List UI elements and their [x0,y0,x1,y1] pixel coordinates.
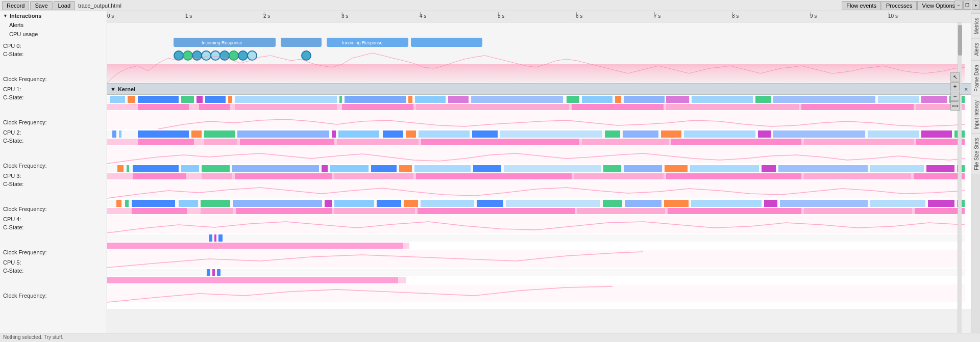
sidebar-cpu4-row: CPU 4: [3,215,104,224]
interactions-arrow-icon: ▼ [3,13,8,18]
vertical-scrollbar[interactable] [958,22,962,342]
tick-8: 8 s [732,11,739,19]
svg-rect-146 [107,269,965,276]
svg-rect-85 [603,165,621,172]
flow-events-button[interactable]: Flow events [842,1,881,10]
svg-rect-5 [197,96,203,103]
svg-rect-84 [504,165,601,172]
svg-rect-111 [233,200,322,207]
svg-rect-46 [383,130,403,138]
svg-rect-106 [116,200,121,207]
tab-input-latency[interactable]: Input latency [971,96,981,134]
cursor-button[interactable]: ↖ [950,72,960,82]
svg-rect-90 [778,165,868,172]
cpu5-cstate-label: C-State: [3,268,23,274]
svg-rect-119 [603,200,622,207]
sidebar-item-interactions[interactable]: ▼ Interactions [0,11,107,20]
svg-rect-150 [107,277,398,283]
cpu5-freq-label: Clock Frequency: [3,293,47,299]
sidebar-item-cpu-usage[interactable]: CPU usage [0,30,107,39]
sidebar-cpu5-freq: Clock Frequency: [3,292,104,299]
tab-metrics[interactable]: Metrics [971,13,981,38]
svg-rect-29 [235,104,337,110]
svg-rect-64 [337,139,419,145]
save-button[interactable]: Save [30,1,52,10]
record-button[interactable]: Record [2,1,29,10]
svg-rect-51 [605,130,620,138]
tab-file-size[interactable]: File Size Stats [971,133,981,174]
tick-9: 9 s [810,11,817,19]
tick-3: 3 s [341,11,348,19]
svg-rect-124 [780,200,868,207]
tick-0: 0 s [107,11,114,19]
sidebar-cpu4-freq: Clock Frequency: [3,249,104,256]
tab-frame-data[interactable]: Frame Data [971,60,981,96]
view-options-button[interactable]: View Options [917,1,960,10]
sidebar-item-alerts[interactable]: Alerts [0,20,107,30]
sidebar-cpu2-freq-spacer [3,144,104,162]
cpu0-cstate-label: C-State: [3,51,23,57]
svg-rect-103 [914,173,965,179]
load-button[interactable]: Load [54,1,75,10]
svg-rect-149 [217,269,220,276]
zoom-out-button[interactable]: − [950,92,960,101]
svg-rect-92 [926,165,954,172]
processes-button[interactable]: Processes [881,1,917,10]
interactions-label: Interactions [10,13,41,19]
sidebar-cpu3-row: CPU 3: [3,171,104,180]
toolbar: Record Save Load trace_output.html Flow … [0,0,980,11]
svg-rect-116 [421,200,474,207]
svg-rect-47 [406,130,416,138]
sidebar-cpu0-freq: Clock Frequency: [3,75,104,83]
zoom-in-button[interactable]: + [950,82,960,91]
window-controls: − ❐ ▸ [954,1,980,10]
svg-rect-33 [666,104,799,110]
svg-rect-148 [212,269,215,276]
svg-rect-112 [325,200,332,207]
svg-rect-75 [181,165,199,172]
expand-button[interactable]: ▸ [972,1,980,10]
main-area: ▼ Interactions Alerts CPU usage CPU 0: C… [0,11,980,342]
svg-rect-122 [691,200,762,207]
fit-button[interactable]: ⟺ [950,101,960,111]
svg-rect-18 [624,96,665,103]
svg-rect-22 [773,96,875,103]
cpu2-cstate-label: C-State: [3,138,23,144]
cpu2-label: CPU 2: [3,129,21,136]
cpu-usage-label: CPU usage [9,31,38,37]
svg-rect-83 [473,165,501,172]
svg-rect-101 [666,173,801,179]
svg-rect-36 [107,111,965,129]
sidebar-cpu5-freq-spacer [3,274,104,292]
svg-rect-120 [625,200,662,207]
svg-rect-44 [332,130,336,138]
tab-alerts[interactable]: Alerts [971,38,981,60]
scrollbar-thumb[interactable] [958,25,962,56]
cpu4-freq-label: Clock Frequency: [3,249,47,255]
svg-rect-4 [181,96,194,103]
svg-rect-23 [878,96,919,103]
svg-rect-12 [415,96,446,103]
alerts-label: Alerts [9,22,23,28]
restore-button[interactable]: ❐ [963,1,971,10]
svg-rect-58 [921,130,952,138]
svg-rect-99 [416,173,572,179]
svg-rect-134 [577,208,665,214]
svg-rect-28 [199,104,230,110]
svg-rect-63 [240,139,334,145]
svg-rect-2 [128,96,135,103]
svg-rect-123 [764,200,777,207]
kernel-close-button[interactable]: × [965,86,968,92]
sidebar-cpu5-group: CPU 5: C-State: Clock Frequency: [0,256,107,299]
svg-rect-135 [668,208,801,214]
svg-rect-21 [755,96,771,103]
minimize-button[interactable]: − [954,1,963,10]
content-scroll[interactable]: Incoming Response Incoming Response [107,22,971,342]
svg-rect-56 [773,130,865,138]
svg-rect-129 [132,208,187,214]
svg-rect-126 [928,200,954,207]
tick-1: 1 s [185,11,192,19]
right-panels: Metrics Alerts Frame Data Input latency … [971,11,980,342]
svg-rect-142 [218,234,223,242]
cpu3-label: CPU 3: [3,173,21,179]
